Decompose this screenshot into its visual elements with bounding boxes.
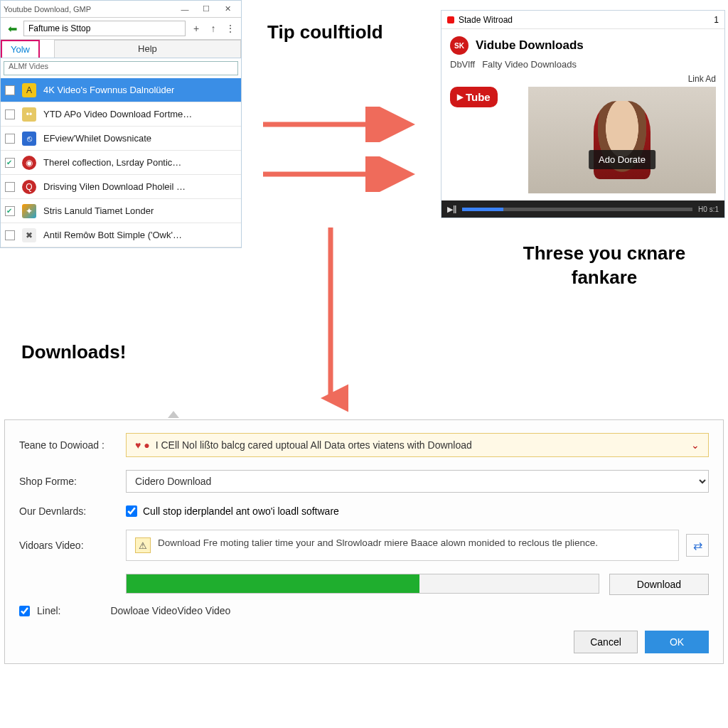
heading-tip: Tip coulftiold bbox=[267, 21, 383, 43]
card-titlebar[interactable]: Stade Witroad 1 bbox=[441, 11, 724, 29]
warning-triangle-icon: ⚠ bbox=[135, 537, 151, 553]
minimize-icon[interactable]: — bbox=[174, 5, 196, 14]
checkbox-icon[interactable] bbox=[5, 206, 15, 216]
checkbox-icon[interactable] bbox=[5, 134, 15, 144]
address-input[interactable] bbox=[23, 21, 186, 36]
list-item[interactable]: Q Drisving Vilen Download Pholeil … bbox=[1, 175, 241, 199]
card-window-number: 1 bbox=[714, 15, 719, 25]
chevron-down-icon[interactable]: ⌄ bbox=[691, 439, 700, 451]
download-button[interactable]: Download bbox=[609, 574, 709, 595]
arrow-right-icon bbox=[263, 156, 419, 192]
label-vids: Vidoars Video: bbox=[19, 540, 126, 551]
checkbox-label: Cull stop iderplandel ant owo'i loadl so… bbox=[143, 505, 339, 517]
youtube-badge-label: Tube bbox=[450, 87, 498, 107]
tab-bar: Yolw Help bbox=[1, 40, 241, 58]
video-progress-bar[interactable]: ▶ǁ H0 s:1 bbox=[441, 200, 724, 218]
app-icon: •• bbox=[22, 107, 36, 122]
checkbox-icon[interactable] bbox=[5, 109, 15, 119]
card-sub-left: DbVlff bbox=[450, 59, 475, 70]
warning-banner[interactable]: ♥ ● I CEll Nol lißto balcg cared uptoual… bbox=[126, 433, 709, 457]
overlay-donate-button[interactable]: Ado Dorate bbox=[589, 150, 655, 169]
list-item-label: Therel coflection, Lsrday Pontic… bbox=[43, 157, 181, 168]
link-ad-label[interactable]: Link Ad bbox=[441, 74, 724, 87]
info-panel: ⚠ Download Fre moting talier time your a… bbox=[126, 530, 679, 561]
tab-yolw[interactable]: Yolw bbox=[1, 40, 40, 58]
app-icon: ◉ bbox=[22, 156, 36, 170]
list-item[interactable]: ◉ Therel coflection, Lsrday Pontic… bbox=[1, 151, 241, 175]
window-title: Youtube Download, GMP bbox=[4, 5, 174, 14]
video-thumbnail[interactable]: Ado Dorate bbox=[528, 87, 716, 193]
downloader-list-window: Youtube Download, GMP — ☐ ✕ ⬅ + ↑ ⋮ Yolw… bbox=[0, 0, 242, 248]
tab-help[interactable]: Help bbox=[54, 40, 241, 58]
card-header: SK Vidube Downloads DbVlff Falty Video D… bbox=[441, 29, 724, 74]
cancel-button[interactable]: Cancel bbox=[574, 631, 638, 653]
heading-threse: Threse you cкnare fankare bbox=[512, 242, 697, 290]
dialog-footer: Cancel OK bbox=[19, 631, 709, 653]
checkbox-icon[interactable] bbox=[5, 85, 15, 95]
list-item[interactable]: ✖ Antil Remôw Bott Simple ('Owk'… bbox=[1, 223, 241, 247]
youtube-dot-icon bbox=[447, 16, 454, 23]
list-item[interactable]: A 4K Video's Fownnus Dalnolüder bbox=[1, 78, 241, 102]
channel-avatar-icon[interactable]: SK bbox=[450, 36, 469, 55]
time-label: H0 s:1 bbox=[698, 205, 719, 213]
list-item-label: Drisving Vilen Download Pholeil … bbox=[43, 181, 186, 192]
list-item-label: EFview'Whilet Dowsnicate bbox=[43, 133, 151, 144]
label-shop: Shop Forme: bbox=[19, 476, 126, 487]
checkbox-icon[interactable] bbox=[5, 182, 15, 192]
checkbox-icon[interactable] bbox=[5, 158, 15, 168]
download-settings-dialog: Teane to Dowioad : ♥ ● I CEll Nol lißto … bbox=[4, 419, 724, 664]
card-sub-right: Falty Video Downloads bbox=[482, 59, 577, 70]
label-linel: Linel: bbox=[37, 605, 60, 616]
downloader-list: A 4K Video's Fownnus Dalnolüder •• YTD A… bbox=[1, 78, 241, 247]
dialog-pointer-icon bbox=[168, 411, 179, 418]
video-preview-window: Stade Witroad 1 SK Vidube Downloads DbVl… bbox=[441, 10, 725, 218]
list-item-label: 4K Video's Fownnus Dalnolüder bbox=[43, 85, 174, 95]
kebab-menu-icon[interactable]: ⋮ bbox=[224, 23, 237, 34]
list-item[interactable]: ⎋ EFview'Whilet Dowsnicate bbox=[1, 127, 241, 151]
close-icon[interactable]: ✕ bbox=[217, 4, 238, 14]
app-icon: ✖ bbox=[22, 228, 36, 242]
heart-dot-icon: ♥ ● bbox=[135, 439, 150, 451]
app-icon: A bbox=[22, 83, 36, 97]
upload-icon[interactable]: ↑ bbox=[207, 23, 220, 34]
list-item-label: Stris Lanuld Tiamet Londer bbox=[43, 205, 154, 216]
info-text: Download Fre moting talier time your and… bbox=[158, 537, 598, 548]
status-text: Dowloae VideoVideo Video bbox=[110, 605, 230, 616]
list-item-label: YTD APo Video Download Fortme… bbox=[43, 109, 192, 119]
heading-downloads: Downloads! bbox=[21, 341, 126, 363]
download-progress-bar bbox=[126, 574, 599, 594]
app-icon: ⎋ bbox=[22, 132, 36, 146]
arrow-right-icon bbox=[263, 107, 419, 142]
seek-track[interactable] bbox=[462, 208, 692, 211]
checkbox-icon[interactable] bbox=[5, 230, 15, 240]
back-arrow-icon[interactable]: ⬅ bbox=[5, 21, 19, 36]
list-item[interactable]: ✦ Stris Lanuld Tiamet Londer bbox=[1, 199, 241, 223]
window-titlebar[interactable]: Youtube Download, GMP — ☐ ✕ bbox=[1, 1, 241, 18]
youtube-badge[interactable]: Tube bbox=[450, 87, 521, 193]
format-select[interactable]: Cidero Download bbox=[126, 470, 709, 493]
play-pause-icon[interactable]: ▶ǁ bbox=[447, 205, 456, 214]
list-item[interactable]: •• YTD APo Video Download Fortme… bbox=[1, 102, 241, 127]
maximize-icon[interactable]: ☐ bbox=[196, 4, 217, 14]
card-window-title: Stade Witroad bbox=[459, 15, 513, 25]
app-icon: ✦ bbox=[22, 204, 36, 218]
arrow-down-icon bbox=[313, 228, 348, 412]
label-our: Our Devnlards: bbox=[19, 505, 126, 517]
share-button[interactable]: ⇄ bbox=[686, 534, 709, 557]
ok-button[interactable]: OK bbox=[645, 631, 709, 653]
linel-checkbox[interactable] bbox=[19, 606, 30, 616]
app-icon: Q bbox=[22, 180, 36, 194]
stop-software-checkbox[interactable] bbox=[126, 505, 137, 517]
new-tab-icon[interactable]: + bbox=[190, 23, 203, 34]
filter-field[interactable]: ALMf Vides bbox=[4, 61, 238, 75]
label-teane: Teane to Dowioad : bbox=[19, 439, 126, 451]
address-toolbar: ⬅ + ↑ ⋮ bbox=[1, 18, 241, 40]
list-item-label: Antil Remôw Bott Simple ('Owk'… bbox=[43, 230, 182, 240]
warning-text: I CEll Nol lißto balcg cared uptoual All… bbox=[156, 439, 472, 451]
card-title: Vidube Downloads bbox=[476, 38, 584, 53]
